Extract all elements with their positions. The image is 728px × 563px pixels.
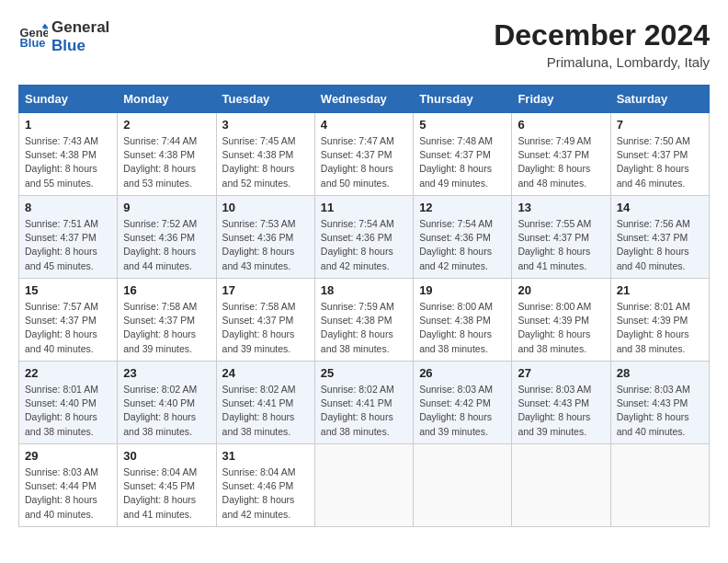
- day-number: 18: [321, 283, 407, 297]
- day-detail: Sunrise: 8:00 AM Sunset: 4:38 PM Dayligh…: [419, 300, 506, 356]
- empty-cell: [512, 444, 610, 527]
- col-header-tuesday: Tuesday: [216, 86, 314, 113]
- day-number: 27: [518, 366, 604, 380]
- day-number: 13: [518, 201, 604, 214]
- day-number: 17: [222, 283, 309, 297]
- col-header-friday: Friday: [512, 86, 610, 113]
- day-cell-23: 23 Sunrise: 8:02 AM Sunset: 4:40 PM Dayl…: [118, 362, 216, 444]
- day-detail: Sunrise: 8:01 AM Sunset: 4:39 PM Dayligh…: [617, 300, 703, 356]
- day-cell-9: 9 Sunrise: 7:52 AM Sunset: 4:36 PM Dayli…: [118, 196, 216, 279]
- day-number: 22: [25, 366, 111, 380]
- day-detail: Sunrise: 7:49 AM Sunset: 4:37 PM Dayligh…: [518, 134, 604, 190]
- day-number: 9: [123, 201, 210, 214]
- day-cell-19: 19 Sunrise: 8:00 AM Sunset: 4:38 PM Dayl…: [414, 279, 512, 362]
- week-row-3: 15 Sunrise: 7:57 AM Sunset: 4:37 PM Dayl…: [19, 279, 710, 362]
- day-detail: Sunrise: 7:43 AM Sunset: 4:38 PM Dayligh…: [25, 134, 111, 190]
- empty-cell: [314, 444, 413, 527]
- day-detail: Sunrise: 7:52 AM Sunset: 4:36 PM Dayligh…: [123, 217, 210, 273]
- day-number: 15: [25, 283, 111, 297]
- week-row-2: 8 Sunrise: 7:51 AM Sunset: 4:37 PM Dayli…: [19, 196, 710, 279]
- day-cell-26: 26 Sunrise: 8:03 AM Sunset: 4:42 PM Dayl…: [414, 362, 512, 444]
- day-number: 1: [25, 118, 111, 132]
- day-number: 5: [419, 118, 506, 132]
- day-cell-18: 18 Sunrise: 7:59 AM Sunset: 4:38 PM Dayl…: [314, 279, 413, 362]
- day-number: 28: [617, 366, 703, 380]
- day-number: 19: [419, 283, 506, 297]
- day-detail: Sunrise: 8:04 AM Sunset: 4:46 PM Dayligh…: [222, 465, 309, 522]
- day-detail: Sunrise: 7:58 AM Sunset: 4:37 PM Dayligh…: [222, 300, 309, 356]
- calendar-header-row: SundayMondayTuesdayWednesdayThursdayFrid…: [19, 86, 710, 113]
- col-header-thursday: Thursday: [414, 86, 512, 113]
- title-block: December 2024 Primaluna, Lombardy, Italy: [494, 18, 710, 70]
- calendar-table: SundayMondayTuesdayWednesdayThursdayFrid…: [18, 85, 710, 527]
- logo: General Blue General Blue: [18, 18, 109, 54]
- day-number: 3: [222, 118, 309, 132]
- day-cell-10: 10 Sunrise: 7:53 AM Sunset: 4:36 PM Dayl…: [216, 196, 314, 279]
- day-cell-11: 11 Sunrise: 7:54 AM Sunset: 4:36 PM Dayl…: [314, 196, 413, 279]
- day-number: 29: [25, 449, 111, 463]
- col-header-sunday: Sunday: [19, 86, 118, 113]
- day-detail: Sunrise: 7:54 AM Sunset: 4:36 PM Dayligh…: [419, 217, 506, 273]
- day-number: 2: [123, 118, 210, 132]
- day-cell-7: 7 Sunrise: 7:50 AM Sunset: 4:37 PM Dayli…: [610, 113, 709, 196]
- day-number: 8: [25, 201, 111, 214]
- day-detail: Sunrise: 8:02 AM Sunset: 4:41 PM Dayligh…: [222, 383, 309, 439]
- day-number: 11: [321, 201, 407, 214]
- day-cell-25: 25 Sunrise: 8:02 AM Sunset: 4:41 PM Dayl…: [314, 362, 413, 444]
- day-cell-30: 30 Sunrise: 8:04 AM Sunset: 4:45 PM Dayl…: [118, 444, 216, 527]
- day-detail: Sunrise: 8:01 AM Sunset: 4:40 PM Dayligh…: [25, 383, 111, 439]
- empty-cell: [414, 444, 512, 527]
- day-number: 14: [617, 201, 703, 214]
- day-number: 7: [617, 118, 703, 132]
- day-detail: Sunrise: 8:03 AM Sunset: 4:43 PM Dayligh…: [518, 383, 604, 439]
- day-detail: Sunrise: 7:54 AM Sunset: 4:36 PM Dayligh…: [321, 217, 407, 273]
- day-detail: Sunrise: 7:58 AM Sunset: 4:37 PM Dayligh…: [123, 300, 210, 356]
- day-detail: Sunrise: 7:51 AM Sunset: 4:37 PM Dayligh…: [25, 217, 111, 273]
- page-header: General Blue General Blue December 2024 …: [18, 18, 710, 70]
- day-cell-27: 27 Sunrise: 8:03 AM Sunset: 4:43 PM Dayl…: [512, 362, 610, 444]
- day-detail: Sunrise: 7:56 AM Sunset: 4:37 PM Dayligh…: [617, 217, 703, 273]
- day-cell-2: 2 Sunrise: 7:44 AM Sunset: 4:38 PM Dayli…: [118, 113, 216, 196]
- day-detail: Sunrise: 7:53 AM Sunset: 4:36 PM Dayligh…: [222, 217, 309, 273]
- day-cell-20: 20 Sunrise: 8:00 AM Sunset: 4:39 PM Dayl…: [512, 279, 610, 362]
- day-number: 4: [321, 118, 407, 132]
- logo-general: General: [51, 18, 109, 37]
- day-detail: Sunrise: 7:44 AM Sunset: 4:38 PM Dayligh…: [123, 134, 210, 190]
- day-number: 25: [321, 366, 407, 380]
- day-cell-24: 24 Sunrise: 8:02 AM Sunset: 4:41 PM Dayl…: [216, 362, 314, 444]
- day-cell-29: 29 Sunrise: 8:03 AM Sunset: 4:44 PM Dayl…: [19, 444, 118, 527]
- day-cell-14: 14 Sunrise: 7:56 AM Sunset: 4:37 PM Dayl…: [610, 196, 709, 279]
- day-detail: Sunrise: 7:59 AM Sunset: 4:38 PM Dayligh…: [321, 300, 407, 356]
- day-cell-1: 1 Sunrise: 7:43 AM Sunset: 4:38 PM Dayli…: [19, 113, 118, 196]
- empty-cell: [610, 444, 709, 527]
- day-detail: Sunrise: 7:48 AM Sunset: 4:37 PM Dayligh…: [419, 134, 506, 190]
- svg-text:Blue: Blue: [20, 36, 46, 50]
- day-cell-12: 12 Sunrise: 7:54 AM Sunset: 4:36 PM Dayl…: [414, 196, 512, 279]
- day-number: 12: [419, 201, 506, 214]
- day-cell-21: 21 Sunrise: 8:01 AM Sunset: 4:39 PM Dayl…: [610, 279, 709, 362]
- day-cell-5: 5 Sunrise: 7:48 AM Sunset: 4:37 PM Dayli…: [414, 113, 512, 196]
- col-header-saturday: Saturday: [610, 86, 709, 113]
- col-header-monday: Monday: [118, 86, 216, 113]
- day-cell-13: 13 Sunrise: 7:55 AM Sunset: 4:37 PM Dayl…: [512, 196, 610, 279]
- day-number: 10: [222, 201, 309, 214]
- day-detail: Sunrise: 7:45 AM Sunset: 4:38 PM Dayligh…: [222, 134, 309, 190]
- day-cell-15: 15 Sunrise: 7:57 AM Sunset: 4:37 PM Dayl…: [19, 279, 118, 362]
- location-subtitle: Primaluna, Lombardy, Italy: [494, 54, 710, 70]
- week-row-1: 1 Sunrise: 7:43 AM Sunset: 4:38 PM Dayli…: [19, 113, 710, 196]
- day-number: 23: [123, 366, 210, 380]
- day-number: 21: [617, 283, 703, 297]
- day-detail: Sunrise: 7:57 AM Sunset: 4:37 PM Dayligh…: [25, 300, 111, 356]
- day-detail: Sunrise: 8:03 AM Sunset: 4:43 PM Dayligh…: [617, 383, 703, 439]
- day-cell-4: 4 Sunrise: 7:47 AM Sunset: 4:37 PM Dayli…: [314, 113, 413, 196]
- day-number: 6: [518, 118, 604, 132]
- day-detail: Sunrise: 7:47 AM Sunset: 4:37 PM Dayligh…: [321, 134, 407, 190]
- month-year-title: December 2024: [494, 18, 710, 52]
- day-number: 16: [123, 283, 210, 297]
- day-cell-16: 16 Sunrise: 7:58 AM Sunset: 4:37 PM Dayl…: [118, 279, 216, 362]
- day-number: 30: [123, 449, 210, 463]
- day-cell-3: 3 Sunrise: 7:45 AM Sunset: 4:38 PM Dayli…: [216, 113, 314, 196]
- day-detail: Sunrise: 7:50 AM Sunset: 4:37 PM Dayligh…: [617, 134, 703, 190]
- day-cell-28: 28 Sunrise: 8:03 AM Sunset: 4:43 PM Dayl…: [610, 362, 709, 444]
- day-detail: Sunrise: 7:55 AM Sunset: 4:37 PM Dayligh…: [518, 217, 604, 273]
